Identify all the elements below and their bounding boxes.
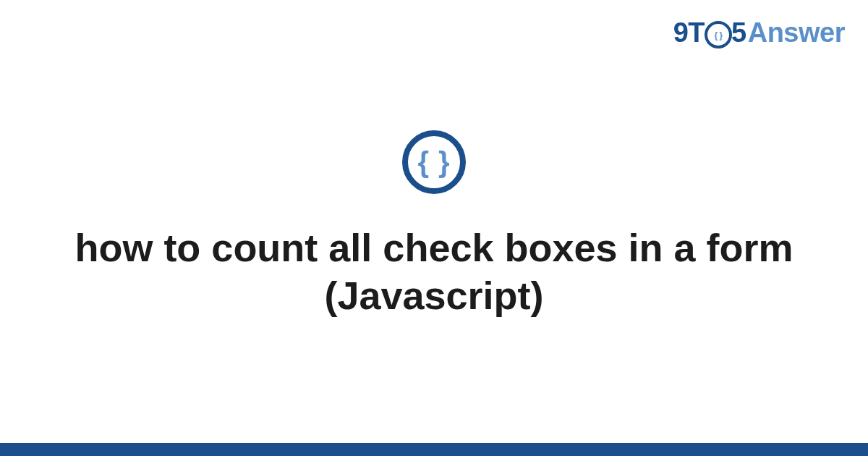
page-title: how to count all check boxes in a form (… [43,224,825,320]
svg-text:{ }: { } [417,146,450,178]
footer-bar [0,443,868,456]
topic-icon-wrapper: { } [401,129,467,195]
code-braces-icon: { } [401,129,467,195]
main-content: { } how to count all check boxes in a fo… [0,0,868,452]
